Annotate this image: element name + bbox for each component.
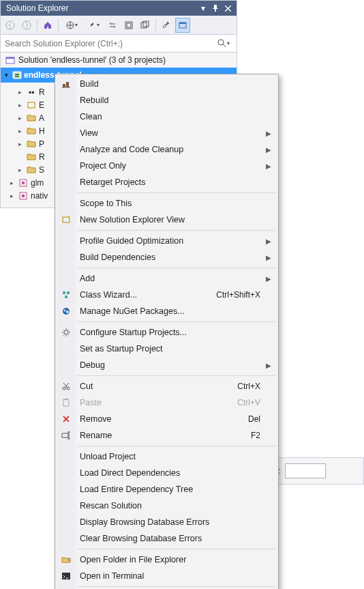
menu-item-project-only[interactable]: Project Only▶ bbox=[57, 158, 277, 174]
svg-rect-6 bbox=[143, 21, 149, 27]
menu-item-unload-project[interactable]: Unload Project bbox=[57, 448, 277, 465]
nuget-icon bbox=[61, 306, 72, 317]
collapse-all-button[interactable] bbox=[138, 18, 153, 33]
menu-item-label: View bbox=[80, 128, 260, 138]
submenu-arrow-icon: ▶ bbox=[266, 238, 271, 245]
separator bbox=[58, 19, 59, 31]
solution-row[interactable]: Solution 'endless-tunnel' (3 of 3 projec… bbox=[1, 53, 237, 68]
svg-rect-11 bbox=[6, 57, 14, 59]
expander-icon[interactable] bbox=[16, 115, 24, 121]
filter-folder-icon bbox=[26, 164, 37, 175]
close-icon[interactable] bbox=[222, 2, 234, 14]
menu-item-set-as-startup-project[interactable]: Set as Startup Project bbox=[57, 341, 277, 357]
expander-icon[interactable] bbox=[7, 192, 16, 199]
svg-rect-20 bbox=[63, 291, 65, 294]
menu-item-analyze-and-code-cleanup[interactable]: Analyze and Code Cleanup▶ bbox=[57, 141, 277, 158]
remove-icon bbox=[61, 414, 72, 425]
paste-icon bbox=[61, 397, 72, 408]
menu-item-rescan-solution[interactable]: Rescan Solution bbox=[57, 498, 277, 514]
svg-point-24 bbox=[64, 310, 66, 312]
menu-item-label: Project Only bbox=[80, 161, 260, 171]
submenu-arrow-icon: ▶ bbox=[266, 275, 271, 283]
svg-rect-4 bbox=[127, 23, 131, 27]
menu-item-cut[interactable]: CutCtrl+X bbox=[57, 378, 277, 394]
menu-item-load-direct-dependencies[interactable]: Load Direct Dependencies bbox=[57, 465, 277, 481]
svg-point-26 bbox=[64, 330, 68, 334]
menu-item-retarget-projects[interactable]: Retarget Projects bbox=[57, 174, 277, 190]
properties-button[interactable] bbox=[159, 18, 174, 33]
menu-item-label: Retarget Projects bbox=[80, 177, 260, 187]
panel-title: Solution Explorer bbox=[6, 3, 197, 13]
refresh-button[interactable] bbox=[121, 18, 136, 33]
menu-item-label: Cut bbox=[80, 382, 237, 391]
search-icon[interactable]: ▾ bbox=[217, 39, 232, 48]
submenu-arrow-icon: ▶ bbox=[266, 146, 271, 154]
project-icon bbox=[12, 70, 22, 81]
menu-separator bbox=[77, 549, 275, 549]
menu-item-display-browsing-database-errors[interactable]: Display Browsing Database Errors bbox=[57, 514, 277, 530]
rename-icon bbox=[61, 430, 72, 441]
menu-item-profile-guided-optimization[interactable]: Profile Guided Optimization▶ bbox=[57, 233, 277, 249]
filter-folder-icon bbox=[26, 126, 37, 137]
menu-item-label: Debug bbox=[80, 360, 260, 370]
menu-item-label: Class Wizard... bbox=[80, 290, 216, 300]
menu-item-clean[interactable]: Clean bbox=[57, 109, 277, 125]
search-input[interactable] bbox=[5, 36, 217, 51]
dropdown-icon[interactable]: ▾ bbox=[197, 2, 209, 14]
menu-item-label: Remove bbox=[80, 414, 248, 424]
expander-icon[interactable] bbox=[16, 141, 24, 147]
menu-item-load-entire-dependency-tree[interactable]: Load Entire Dependency Tree bbox=[57, 481, 277, 498]
menu-item-build[interactable]: Build bbox=[57, 76, 277, 92]
menu-item-build-dependencies[interactable]: Build Dependencies▶ bbox=[57, 249, 277, 265]
menu-item-label: Open Folder in File Explorer bbox=[80, 555, 260, 564]
menu-item-configure-startup-projects[interactable]: Configure Startup Projects... bbox=[57, 324, 277, 341]
menu-item-open-in-terminal[interactable]: Open in Terminal bbox=[57, 568, 277, 584]
menu-item-label: Configure Startup Projects... bbox=[80, 328, 260, 337]
pin-icon[interactable] bbox=[209, 2, 222, 14]
menu-item-label: Scope to This bbox=[80, 199, 260, 208]
menu-item-label: Set as Startup Project bbox=[80, 344, 260, 354]
svg-point-25 bbox=[66, 311, 69, 313]
expander-icon[interactable] bbox=[16, 167, 24, 173]
home-button[interactable] bbox=[40, 18, 55, 33]
menu-item-label: Load Entire Dependency Tree bbox=[80, 485, 260, 494]
menu-item-clear-browsing-database-errors[interactable]: Clear Browsing Database Errors bbox=[57, 530, 277, 547]
context-menu[interactable]: BuildRebuildCleanView▶Analyze and Code C… bbox=[55, 74, 279, 589]
toolbar: ▾ ▾ bbox=[1, 16, 237, 35]
svg-rect-29 bbox=[63, 399, 69, 406]
menu-item-class-wizard[interactable]: Class Wizard...Ctrl+Shift+X bbox=[57, 287, 277, 303]
menu-item-label: Open in Terminal bbox=[80, 571, 260, 581]
menu-item-rebuild[interactable]: Rebuild bbox=[57, 92, 277, 109]
preview-button[interactable] bbox=[175, 18, 190, 33]
expander-icon[interactable] bbox=[2, 72, 10, 78]
fragment-input[interactable] bbox=[285, 463, 326, 478]
menu-item-remove[interactable]: RemoveDel bbox=[57, 411, 277, 427]
class-wizard-icon bbox=[61, 289, 72, 300]
menu-item-open-folder-in-file-explorer[interactable]: Open Folder in File Explorer bbox=[57, 551, 277, 568]
sync-button[interactable] bbox=[105, 18, 120, 33]
expander-icon[interactable] bbox=[16, 102, 24, 109]
forward-button[interactable] bbox=[19, 18, 34, 33]
panel-titlebar[interactable]: Solution Explorer ▾ bbox=[1, 1, 237, 16]
menu-item-add[interactable]: Add▶ bbox=[57, 270, 277, 287]
project-icon bbox=[18, 177, 29, 188]
menu-item-manage-nuget-packages[interactable]: Manage NuGet Packages... bbox=[57, 303, 277, 319]
menu-item-rename[interactable]: RenameF2 bbox=[57, 427, 277, 444]
new-view-icon bbox=[61, 214, 72, 225]
build-icon bbox=[61, 78, 72, 89]
menu-item-scope-to-this[interactable]: Scope to This bbox=[57, 195, 277, 212]
expander-icon[interactable] bbox=[16, 89, 24, 96]
menu-separator bbox=[77, 375, 275, 376]
menu-separator bbox=[77, 321, 275, 322]
submenu-arrow-icon: ▶ bbox=[266, 130, 271, 137]
separator bbox=[37, 19, 37, 31]
search-box[interactable]: ▾ bbox=[1, 35, 237, 53]
menu-item-view[interactable]: View▶ bbox=[57, 125, 277, 141]
menu-item-debug[interactable]: Debug▶ bbox=[57, 357, 277, 373]
expander-icon[interactable] bbox=[16, 128, 24, 134]
expander-icon[interactable] bbox=[7, 179, 16, 186]
filter-button[interactable]: ▾ bbox=[83, 18, 104, 33]
switch-views-button[interactable]: ▾ bbox=[61, 18, 82, 33]
menu-item-new-solution-explorer-view[interactable]: New Solution Explorer View bbox=[57, 212, 277, 228]
back-button[interactable] bbox=[3, 18, 18, 33]
